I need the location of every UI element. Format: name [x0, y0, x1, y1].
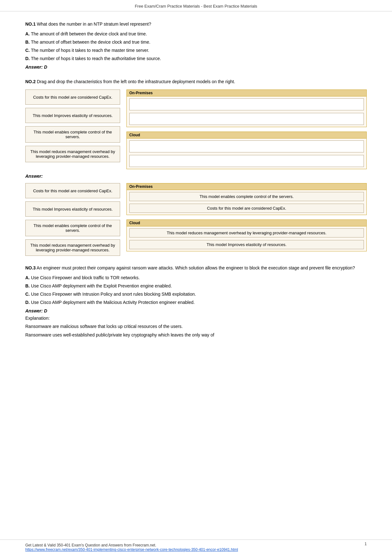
- q3-option-d: D. Use Cisco AMP deployment with the Mal…: [25, 299, 367, 306]
- q3-option-b: B. Use Cisco AMP deployment with the Exp…: [25, 283, 367, 289]
- question-2: NO.2 Drag and drop the characteristics f…: [25, 78, 367, 256]
- q3-answer: Answer: D: [25, 308, 367, 313]
- dnd-left-item-1[interactable]: This model Improves elasticity of resour…: [25, 108, 120, 123]
- dnd-slot-op-1[interactable]: [129, 98, 364, 110]
- q3-opt-d-text: Use Cisco AMP deployment with the Malici…: [31, 300, 195, 305]
- q1-opt-a-letter: A.: [25, 31, 30, 36]
- dnd-answer-group-on-premises-title: On-Premises: [127, 183, 366, 190]
- q3-text: NO.3 An engineer must protect their comp…: [25, 265, 367, 271]
- dnd-answer-left-item-2: This model enables complete control of t…: [25, 220, 120, 236]
- dnd-answer-group-on-premises-slots: This model enables complete control of t…: [127, 190, 366, 215]
- dnd-right-groups: On-Premises Cloud: [126, 89, 367, 169]
- dnd-answer-group-cloud-title: Cloud: [127, 220, 366, 226]
- q3-answer-value: D: [44, 308, 47, 313]
- dnd-answer-group-cloud: Cloud This model reduces management over…: [126, 219, 367, 251]
- main-content: NO.1 What does the number in an NTP stra…: [0, 11, 392, 366]
- dnd-group-on-premises-slots: [127, 96, 366, 127]
- q1-opt-b-text: The amount of offset between the device …: [31, 40, 150, 45]
- dnd-answer-slot-op-1: This model enables complete control of t…: [129, 192, 364, 201]
- dnd-answer-left-items: Costs for this model are considered CapE…: [25, 183, 120, 256]
- q3-opt-a-letter: A.: [25, 275, 30, 280]
- q2-question: Drag and drop the characteristics from t…: [37, 79, 235, 84]
- question-1: NO.1 What does the number in an NTP stra…: [25, 21, 367, 70]
- dnd-answer-group-cloud-slots: This model reduces management overhead b…: [127, 226, 366, 251]
- dnd-answer-group-on-premises: On-Premises This model enables complete …: [126, 183, 367, 215]
- dnd-answer: Costs for this model are considered CapE…: [25, 183, 367, 256]
- footer-text: Get Latest & Valid 350-401 Exam's Questi…: [25, 543, 367, 547]
- dnd-group-on-premises-title: On-Premises: [127, 90, 366, 96]
- q3-explanation-label: Explanation:: [25, 315, 367, 322]
- q3-opt-b-text: Use Cisco AMP deployment with the Exploi…: [31, 283, 172, 288]
- dnd-answer-left-item-0: Costs for this model are considered CapE…: [25, 183, 120, 198]
- q1-option-c: C. The number of hops it takes to reach …: [25, 47, 367, 54]
- q1-opt-d-letter: D.: [25, 56, 30, 61]
- q1-option-a: A. The amount of drift between the devic…: [25, 31, 367, 37]
- q3-answer-label: Answer:: [25, 308, 43, 313]
- q3-option-c: C. Use Cisco Firepower with Intrusion Po…: [25, 291, 367, 298]
- page-footer: Get Latest & Valid 350-401 Exam's Questi…: [0, 540, 392, 555]
- q3-opt-d-letter: D.: [25, 300, 30, 305]
- dnd-slot-op-2[interactable]: [129, 113, 364, 125]
- dnd-answer-slot-op-2: Costs for this model are considered CapE…: [129, 204, 364, 213]
- dnd-left-items: Costs for this model are considered CapE…: [25, 89, 120, 169]
- footer-page-number: 1: [364, 542, 367, 546]
- q1-question: What does the number in an NTP stratum l…: [37, 22, 151, 27]
- dnd-left-item-0[interactable]: Costs for this model are considered CapE…: [25, 89, 120, 105]
- page-header: Free Exam/Cram Practice Materials - Best…: [0, 0, 392, 11]
- dnd-answer-slot-cloud-2: This model Improves elasticity of resour…: [129, 240, 364, 249]
- footer-link[interactable]: https://www.freecram.net/exam/350-401-im…: [25, 547, 367, 552]
- q3-number: NO.3: [25, 265, 36, 270]
- header-text: Free Exam/Cram Practice Materials - Best…: [135, 4, 257, 9]
- q3-explanation-line-1: Ransomware are malicious software that l…: [25, 323, 367, 330]
- q2-text: NO.2 Drag and drop the characteristics f…: [25, 78, 367, 85]
- dnd-slot-cloud-2[interactable]: [129, 155, 364, 167]
- dnd-answer-slot-cloud-1: This model reduces management overhead b…: [129, 228, 364, 237]
- q2-number: NO.2: [25, 79, 36, 84]
- q1-opt-d-text: The number of hops it takes to reach the…: [31, 56, 161, 61]
- q3-question: An engineer must protect their company a…: [37, 265, 355, 270]
- q1-answer: Answer: D: [25, 65, 367, 70]
- question-3: NO.3 An engineer must protect their comp…: [25, 265, 367, 338]
- q3-opt-c-text: Use Cisco Firepower with Intrusion Polic…: [31, 292, 196, 297]
- q1-option-b: B. The amount of offset between the devi…: [25, 39, 367, 46]
- dnd-answer-left-item-1: This model Improves elasticity of resour…: [25, 201, 120, 217]
- q1-text: NO.1 What does the number in an NTP stra…: [25, 21, 367, 28]
- q1-opt-c-letter: C.: [25, 48, 30, 53]
- dnd-group-on-premises: On-Premises: [126, 89, 367, 127]
- q3-explanation-line-2: Ransomware uses well-established public/…: [25, 331, 367, 338]
- dnd-group-cloud-slots: [127, 139, 366, 169]
- dnd-left-item-2[interactable]: This model enables complete control of t…: [25, 126, 120, 143]
- dnd-answer-left-item-3: This model reduces management overhead b…: [25, 239, 120, 256]
- q3-opt-b-letter: B.: [25, 283, 30, 288]
- dnd-slot-cloud-1[interactable]: [129, 140, 364, 152]
- dnd-question: Costs for this model are considered CapE…: [25, 89, 367, 169]
- dnd-left-item-3[interactable]: This model reduces management overhead b…: [25, 146, 120, 162]
- q1-option-d: D. The number of hops it takes to reach …: [25, 55, 367, 62]
- q1-number: NO.1: [25, 22, 36, 27]
- q3-option-a: A. Use Cisco Firepower and block traffic…: [25, 274, 367, 281]
- q3-opt-c-letter: C.: [25, 292, 30, 297]
- dnd-group-cloud: Cloud: [126, 132, 367, 169]
- q2-answer-label-text: Answer:: [25, 174, 43, 179]
- q3-opt-a-text: Use Cisco Firepower and block traffic to…: [31, 275, 140, 280]
- q1-opt-a-text: The amount of drift between the device c…: [31, 31, 147, 36]
- dnd-group-cloud-title: Cloud: [127, 132, 366, 139]
- dnd-answer-right-groups: On-Premises This model enables complete …: [126, 183, 367, 256]
- footer-link-anchor[interactable]: https://www.freecram.net/exam/350-401-im…: [25, 547, 238, 552]
- q1-answer-value: D: [44, 65, 47, 70]
- q1-answer-label: Answer:: [25, 65, 43, 70]
- q2-answer-label: Answer:: [25, 174, 367, 179]
- q1-opt-c-text: The number of hops it takes to reach the…: [31, 48, 149, 53]
- q1-opt-b-letter: B.: [25, 40, 30, 45]
